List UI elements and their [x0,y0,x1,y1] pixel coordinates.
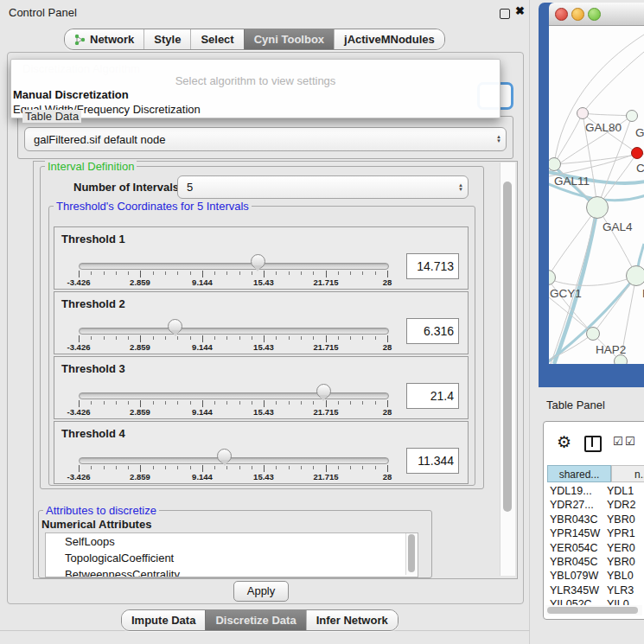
threshold-1-label: Threshold 1 [61,233,125,245]
network-node-label: G. [635,126,644,139]
tab-cyni-toolbox[interactable]: Cyni Toolbox [244,29,334,49]
network-node[interactable] [614,354,628,364]
thresholds-group-label: Threshold's Coordinates for 5 Intervals [54,200,252,213]
attribute-item[interactable]: SelfLoops [46,533,418,550]
dropdown-option-manual-discretization[interactable]: Manual Discretization [11,87,500,102]
network-node-label: GAL11 [554,175,590,188]
network-window-titlebar[interactable] [549,3,644,26]
threshold-4-slider-track[interactable] [79,457,389,464]
threshold-2-label: Threshold 2 [61,297,125,310]
threshold-4-value-field[interactable]: 11.344 [406,448,459,474]
tab-style[interactable]: Style [143,29,190,49]
dropdown-option-equal-width-frequency[interactable]: Equal Width/Frequency Discretization [11,102,500,117]
algorithm-dropdown-popup: Select algorithm to view settings Manual… [10,59,501,118]
network-node[interactable] [577,107,589,119]
network-node-label: C [636,162,644,175]
bottom-tab-bar: Impute Data Discretize Data Infer Networ… [121,609,399,631]
close-icon[interactable]: ✖ [515,4,525,17]
combo-stepper-icon: ▲▼ [454,183,468,192]
threshold-3-value-field[interactable]: 21.4 [406,383,459,409]
column-header-name[interactable]: n... [611,465,644,482]
tab-network[interactable]: Network [65,29,143,49]
number-of-intervals-label: Number of Intervals [73,181,179,194]
network-node-label: GCY1 [550,287,582,300]
table-row[interactable]: YBR043CYBR0 [544,513,644,526]
table-row[interactable]: YDL19...YDL1 [544,484,644,498]
threshold-2-panel: Threshold 2 -3.4262.8599.14415.4321.7152… [54,291,469,354]
threshold-2-value-field[interactable]: 6.316 [406,318,459,344]
tab-select[interactable]: Select [190,29,243,49]
network-node[interactable] [586,196,609,219]
table-row[interactable]: YBL079WYBL0 [544,569,644,583]
tab-impute-data[interactable]: Impute Data [122,610,205,630]
threshold-2-slider-track[interactable] [79,328,389,335]
threshold-4-panel: Threshold 4 -3.4262.8599.14415.4321.7152… [54,421,469,484]
number-of-intervals-combobox[interactable]: 5 ▲▼ [177,175,469,199]
tab-label: Network [90,33,134,46]
table-data-combobox[interactable]: galFiltered.sif default node ▲▼ [24,127,507,151]
table-row[interactable]: YBR045CYBR0 [544,555,644,569]
tab-discretize-data[interactable]: Discretize Data [205,610,305,630]
table-row[interactable]: YLR345WYLR3 [544,583,644,597]
column-header-shared-name[interactable]: shared... [547,465,611,482]
threshold-1-panel: Threshold 1 -3.4262.8599.14415.4321.7152… [54,226,469,290]
tab-jactivemnodules[interactable]: jActiveMNodules [334,29,444,49]
minimize-traffic-light[interactable] [571,8,584,21]
threshold-3-panel: Threshold 3 -3.4262.8599.14415.4321.7152… [54,356,469,419]
table-data-selected-value: galFiltered.sif default node [25,133,492,146]
table-panel-window: ⚙ ☑ ☑ shared... n... YDL19...YDL1YDR27..… [543,421,644,620]
interval-definition-group-label: Interval Definition [45,160,137,173]
network-node-label: GAL80 [585,121,622,134]
table-row[interactable]: YER054CYER0 [544,541,644,555]
attributes-list-scrollbar[interactable] [405,533,417,575]
panel-divider [529,0,530,644]
dropdown-hint: Select algorithm to view settings [11,74,500,87]
attributes-group-label: Attributes to discretize [43,504,159,517]
panel-title: Control Panel [9,6,77,19]
network-node[interactable] [586,327,600,341]
network-node-label: GAL4 [603,220,633,233]
checkbox-icon[interactable]: ☑ [613,435,623,448]
scrollbar-thumb[interactable] [408,534,415,572]
float-window-icon[interactable] [500,9,510,19]
numerical-attributes-label: Numerical Attributes [40,518,153,531]
checkbox-icon[interactable]: ☑ [625,435,635,448]
attribute-item[interactable]: BetweennessCentrality [46,566,418,577]
threshold-1-slider-handle[interactable] [251,254,265,269]
top-tab-bar: Network Style Select Cyni Toolbox jActiv… [64,29,445,50]
network-node[interactable] [626,110,638,122]
table-data-group-label: Table Data [22,110,81,123]
network-canvas[interactable]: GAL80G.CGAL11GAL4GCY1HHAP2 [549,26,644,364]
scrollbar-thumb[interactable] [503,182,512,512]
numerical-attributes-list: SelfLoopsTopologicalCoefficientBetweenne… [45,532,418,577]
close-traffic-light[interactable] [555,8,568,21]
gear-icon[interactable]: ⚙ [557,432,571,452]
table-rows: YDL19...YDL1YDR27...YDR2YBR043CYBR0YPR14… [544,484,644,612]
threshold-1-slider-track[interactable] [79,263,389,270]
threshold-3-slider-handle[interactable] [316,384,331,399]
threshold-3-slider-track[interactable] [79,392,389,399]
split-view-icon[interactable] [584,436,602,452]
table-panel-title: Table Panel [546,399,605,411]
network-node[interactable] [626,265,644,286]
attribute-item[interactable]: TopologicalCoefficient [46,550,418,566]
threshold-3-label: Threshold 3 [61,362,125,375]
table-row[interactable]: YPR145WYPR1 [544,526,644,540]
vertical-scrollbar[interactable] [500,163,515,576]
combo-stepper-icon: ▲▼ [492,135,506,143]
number-of-intervals-value: 5 [178,181,454,194]
network-view-window: GAL80G.CGAL11GAL4GCY1HHAP2 [539,3,644,387]
threshold-1-value-field[interactable]: 14.713 [406,253,459,279]
network-edges [549,26,644,364]
network-icon [74,34,86,45]
horizontal-scrollbar[interactable] [545,605,642,615]
scrollbar-thumb[interactable] [547,607,638,614]
apply-button[interactable]: Apply [233,581,289,602]
threshold-4-label: Threshold 4 [61,427,125,440]
zoom-traffic-light[interactable] [588,8,601,21]
tab-infer-network[interactable]: Infer Network [306,610,398,630]
table-row[interactable]: YDR27...YDR2 [544,498,644,512]
network-node[interactable] [631,147,643,159]
